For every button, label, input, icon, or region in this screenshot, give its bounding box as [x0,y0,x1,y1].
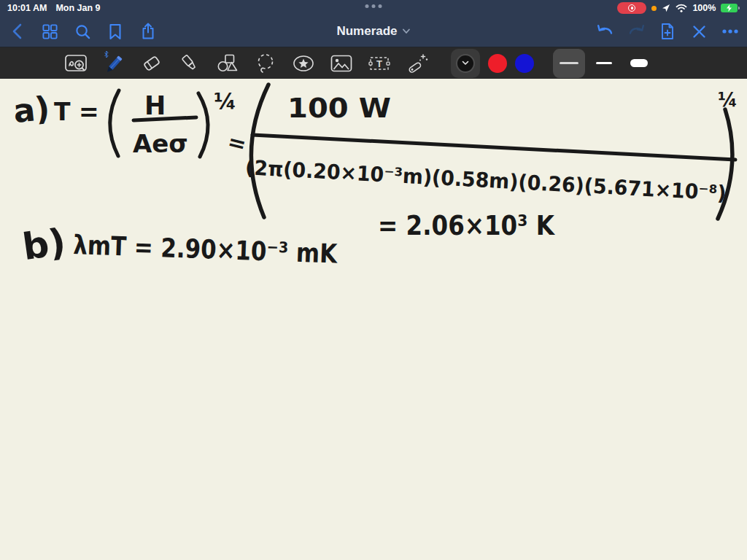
nav-bar: Numerade [0,16,747,47]
outer-open-paren-stroke [251,85,268,217]
drawing-toolbar: T [0,47,747,79]
redo-button[interactable] [627,20,646,42]
page-title: Numerade [336,24,397,39]
undo-button[interactable] [595,20,614,42]
ink-color-blue[interactable] [515,54,534,73]
undo-icon [596,23,614,39]
equals-sign: = [225,128,249,158]
handwriting-layer: a) T = H Aeσ ¼ = 100 W (2π(0.20×10⁻³m)(0… [0,79,747,560]
bluetooth-icon [105,51,109,58]
ink-color-group [451,49,534,78]
outer-exponent: ¼ [718,89,738,111]
shapes-icon [215,52,240,75]
chevron-left-icon [12,23,22,39]
chevron-down-icon [403,28,411,34]
zoom-writing-icon [63,52,88,75]
screen-recording-icon[interactable] [617,2,646,14]
eraser-icon [139,52,164,75]
search-icon [74,23,91,40]
part-a-label: a) [12,89,52,130]
stroke-width-group [553,49,655,78]
back-button[interactable] [7,20,26,42]
battery-charging-icon [721,4,740,12]
more-button[interactable] [721,20,740,42]
inner-close-paren-stroke [198,93,208,157]
inner-numerator: H [144,91,166,120]
zoom-writing-tool[interactable] [63,50,89,77]
part-b-label: b) [20,221,68,269]
clock: 10:01 AM [7,3,47,13]
pointer-tool[interactable] [404,50,430,77]
lasso-icon [253,52,278,75]
share-icon [141,23,155,40]
add-page-button[interactable] [658,20,677,42]
svg-text:T: T [376,58,382,69]
share-button[interactable] [139,20,158,42]
note-canvas[interactable]: a) T = H Aeσ ¼ = 100 W (2π(0.20×10⁻³m)(0… [0,79,747,560]
ink-color-black[interactable] [451,49,480,78]
image-icon [329,52,354,75]
part-b-equation: λmT = 2.90×10⁻³ mK [73,230,338,269]
battery-percent: 100% [692,3,716,13]
outer-numerator: 100 W [287,92,391,124]
date: Mon Jan 9 [55,3,100,13]
bookmark-button[interactable] [106,20,125,42]
notability-app: 10:01 AM Mon Jan 9 100% [0,0,747,560]
text-icon: T [367,52,392,75]
inner-open-paren-stroke [110,90,119,156]
part-a-result: = 2.06×10³ K [378,209,555,241]
redo-icon [627,23,646,39]
pen-tool[interactable] [101,50,127,77]
grid-icon [42,23,58,40]
stroke-width-medium[interactable] [553,49,585,78]
media-tool[interactable] [328,50,355,77]
part-a-lhs: T = [54,98,99,126]
bookmark-icon [109,23,122,40]
chevron-down-icon [462,61,469,66]
wifi-icon [676,4,687,12]
stroke-width-thin[interactable] [588,49,620,78]
wand-icon [405,52,430,75]
text-tool[interactable]: T [366,50,392,77]
search-button[interactable] [73,20,92,42]
lasso-tool[interactable] [252,50,279,77]
ellipsis-icon [721,28,739,34]
pen-icon [101,50,127,77]
stroke-width-thick[interactable] [623,49,655,78]
privacy-indicator-icon [651,6,657,11]
star-icon [290,52,317,75]
note-title-menu[interactable]: Numerade [336,16,410,47]
shapes-tool[interactable] [214,50,241,77]
pages-grid-button[interactable] [40,20,59,42]
eraser-tool[interactable] [139,50,165,77]
highlighter-icon [177,52,202,75]
location-arrow-icon [662,4,670,12]
multitasking-indicator-icon [365,4,382,8]
inner-exponent: ¼ [214,88,236,114]
highlighter-tool[interactable] [177,50,203,77]
outer-fraction-bar [252,135,735,160]
close-button[interactable] [689,20,708,42]
inner-denominator: Aeσ [133,129,188,158]
inner-fraction-bar [133,117,196,120]
ink-color-red[interactable] [488,54,507,73]
favorites-tool[interactable] [290,50,317,77]
close-icon [692,25,706,39]
status-bar: 10:01 AM Mon Jan 9 100% [0,0,747,16]
add-page-icon [660,23,675,40]
outer-denominator: (2π(0.20×10⁻³m)(0.58m)(0.26)(5.671×10⁻⁸) [244,155,727,206]
